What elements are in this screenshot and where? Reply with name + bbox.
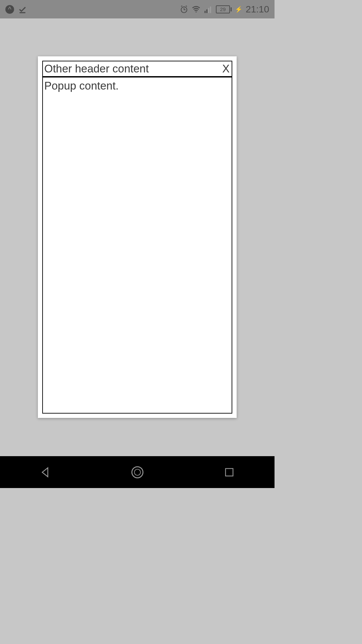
signal-icon <box>204 5 213 14</box>
svg-line-4 <box>181 6 182 6</box>
svg-rect-10 <box>210 6 211 13</box>
popup-inner: Other header content X Popup content. <box>42 61 232 414</box>
nav-back-button[interactable] <box>39 466 52 479</box>
popup-content-text: Popup content. <box>44 79 230 92</box>
nav-home-button[interactable] <box>130 465 145 480</box>
svg-rect-7 <box>204 11 205 13</box>
svg-point-6 <box>195 11 196 12</box>
charging-icon: ⚡ <box>235 6 242 13</box>
popup-header: Other header content X <box>43 61 232 77</box>
alarm-icon <box>180 5 188 14</box>
popup-title: Other header content <box>44 62 149 75</box>
popup-dialog: Other header content X Popup content. <box>38 56 237 418</box>
svg-rect-9 <box>208 8 209 13</box>
navigation-bar <box>0 456 275 488</box>
svg-rect-13 <box>226 468 233 476</box>
battery-indicator: 29 <box>216 5 232 13</box>
nav-recent-button[interactable] <box>223 466 236 479</box>
svg-line-5 <box>186 6 187 6</box>
close-button[interactable]: X <box>222 62 230 75</box>
status-time: 21:10 <box>246 4 269 15</box>
status-bar: ^ <box>0 0 275 18</box>
status-bar-left: ^ <box>5 5 27 14</box>
svg-point-12 <box>134 469 140 475</box>
status-bar-right: 29 ⚡ 21:10 <box>180 4 269 15</box>
wifi-icon <box>192 5 200 14</box>
app-badge-icon: ^ <box>5 5 14 14</box>
battery-level: 29 <box>216 5 230 13</box>
download-check-icon <box>18 5 27 14</box>
battery-tip <box>231 7 232 11</box>
svg-point-11 <box>132 467 143 478</box>
svg-rect-8 <box>206 9 207 13</box>
popup-body: Popup content. <box>43 77 232 413</box>
